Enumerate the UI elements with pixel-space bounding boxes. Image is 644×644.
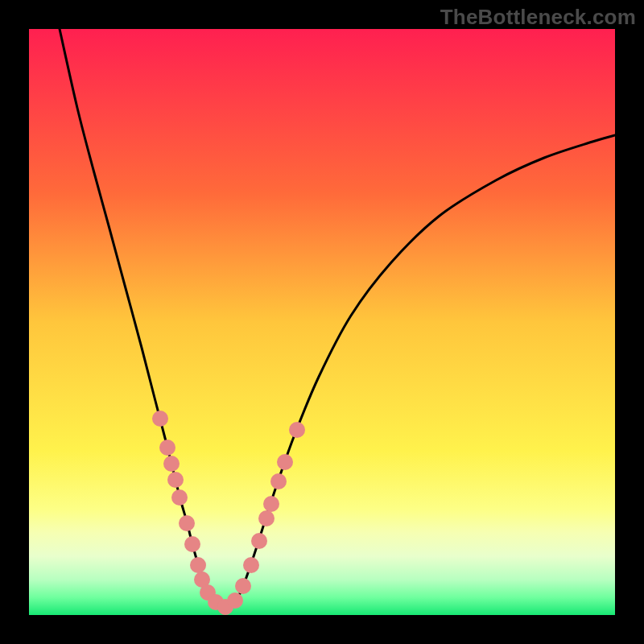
data-dots xyxy=(152,411,305,615)
curve-layer xyxy=(29,29,615,615)
data-dot xyxy=(277,454,293,470)
data-dot xyxy=(190,557,206,573)
data-dot xyxy=(152,411,168,427)
data-dot xyxy=(243,557,259,573)
data-dot xyxy=(289,422,305,438)
data-dot xyxy=(258,510,275,526)
left-curve xyxy=(60,29,225,607)
data-dot xyxy=(251,533,267,549)
data-dot xyxy=(235,578,251,594)
data-dot xyxy=(227,592,243,609)
data-dot xyxy=(179,515,195,531)
data-dot xyxy=(263,496,279,512)
data-dot xyxy=(159,440,175,456)
data-dot xyxy=(167,472,184,488)
data-dot xyxy=(171,489,188,506)
data-dot xyxy=(163,456,180,472)
chart-frame: TheBottleneck.com xyxy=(0,0,644,644)
right-curve xyxy=(225,135,615,607)
data-dot xyxy=(270,473,287,489)
data-dot xyxy=(184,536,200,552)
watermark-text: TheBottleneck.com xyxy=(440,5,636,30)
plot-area xyxy=(29,29,615,615)
